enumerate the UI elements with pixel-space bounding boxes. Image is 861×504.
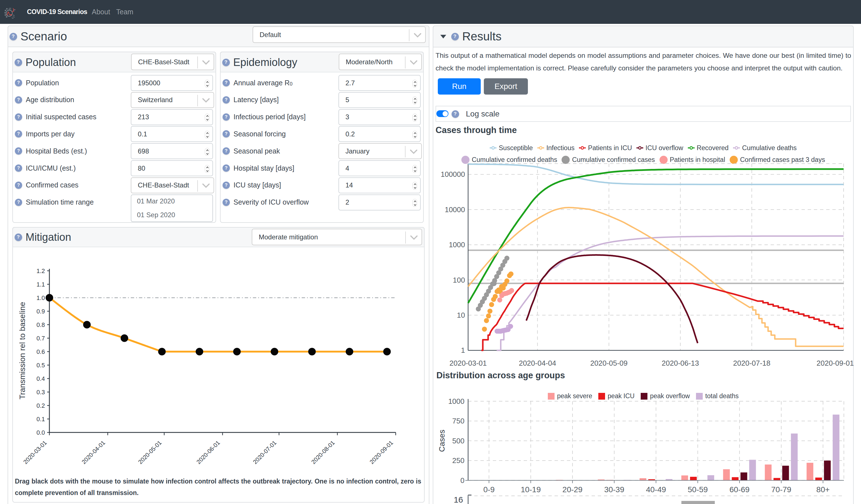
svg-text:40-49: 40-49 bbox=[646, 485, 666, 494]
svg-text:20-29: 20-29 bbox=[562, 485, 583, 494]
svg-text:50-59: 50-59 bbox=[687, 485, 708, 494]
svg-text:1.2: 1.2 bbox=[37, 268, 45, 274]
svg-text:0.1: 0.1 bbox=[37, 416, 45, 423]
svg-text:60-69: 60-69 bbox=[729, 485, 750, 494]
svg-text:2020-09-01: 2020-09-01 bbox=[817, 359, 854, 367]
svg-text:0.9: 0.9 bbox=[37, 308, 45, 315]
svg-text:2020-07-01: 2020-07-01 bbox=[252, 439, 277, 465]
svg-text:2020-03-01: 2020-03-01 bbox=[450, 359, 487, 367]
svg-text:2020-05-01: 2020-05-01 bbox=[137, 439, 163, 465]
svg-text:0.8: 0.8 bbox=[37, 322, 45, 328]
svg-text:2020-08-01: 2020-08-01 bbox=[310, 439, 336, 465]
svg-text:2020-04-04: 2020-04-04 bbox=[519, 359, 556, 367]
svg-text:750: 750 bbox=[452, 417, 464, 425]
svg-text:0: 0 bbox=[461, 476, 464, 485]
svg-text:500: 500 bbox=[452, 437, 464, 445]
svg-text:250: 250 bbox=[452, 456, 464, 465]
svg-text:100: 100 bbox=[453, 276, 465, 284]
svg-text:0.2: 0.2 bbox=[37, 403, 45, 409]
svg-text:30-39: 30-39 bbox=[604, 485, 625, 494]
svg-text:1000: 1000 bbox=[448, 397, 464, 406]
svg-text:Cases: Cases bbox=[438, 430, 446, 452]
svg-text:Transmission rel to baseline: Transmission rel to baseline bbox=[18, 302, 27, 399]
svg-text:10000: 10000 bbox=[445, 205, 465, 214]
svg-text:2020-04-01: 2020-04-01 bbox=[81, 439, 106, 465]
svg-text:16: 16 bbox=[454, 495, 463, 504]
svg-text:10: 10 bbox=[457, 311, 465, 319]
svg-text:1.1: 1.1 bbox=[37, 281, 45, 288]
svg-text:0.0: 0.0 bbox=[37, 430, 45, 436]
svg-text:0.5: 0.5 bbox=[37, 362, 45, 369]
svg-text:0.6: 0.6 bbox=[37, 349, 45, 355]
svg-text:2020-09-01: 2020-09-01 bbox=[368, 439, 394, 465]
svg-text:0.7: 0.7 bbox=[37, 335, 45, 342]
svg-text:2020-05-09: 2020-05-09 bbox=[590, 359, 628, 367]
svg-text:2020-07-18: 2020-07-18 bbox=[733, 359, 770, 367]
svg-text:0-9: 0-9 bbox=[483, 485, 494, 494]
svg-text:2020-06-01: 2020-06-01 bbox=[195, 439, 221, 465]
svg-text:1.0: 1.0 bbox=[37, 295, 45, 301]
svg-text:80+: 80+ bbox=[816, 485, 830, 494]
svg-text:70-79: 70-79 bbox=[771, 485, 791, 494]
svg-text:10-19: 10-19 bbox=[521, 485, 541, 494]
svg-text:1: 1 bbox=[461, 346, 465, 354]
svg-text:0.4: 0.4 bbox=[37, 376, 45, 382]
svg-text:2020-03-01: 2020-03-01 bbox=[22, 439, 48, 465]
svg-text:1000: 1000 bbox=[449, 241, 465, 249]
svg-text:100000: 100000 bbox=[441, 170, 465, 178]
svg-text:0.3: 0.3 bbox=[37, 389, 45, 396]
svg-text:2020-06-13: 2020-06-13 bbox=[662, 359, 699, 367]
